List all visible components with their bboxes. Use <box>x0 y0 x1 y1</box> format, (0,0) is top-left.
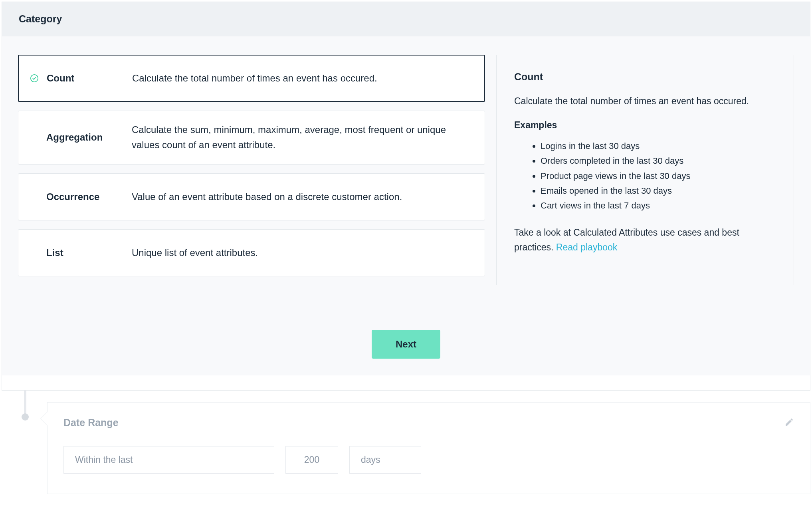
option-desc: Calculate the sum, minimum, maximum, ave… <box>132 111 473 164</box>
timeline-dot <box>22 413 29 421</box>
option-occurrence[interactable]: Occurrence Value of an event attribute b… <box>18 173 485 220</box>
date-range-title: Date Range <box>63 417 119 429</box>
option-aggregation[interactable]: Aggregation Calculate the sum, minimum, … <box>18 111 485 165</box>
edit-icon[interactable] <box>784 417 794 429</box>
example-item: Logins in the last 30 days <box>541 139 776 153</box>
option-title: Aggregation <box>46 132 132 143</box>
category-panel: Category Count Calculate the total numbe… <box>2 2 810 391</box>
timeline-connector <box>24 391 26 415</box>
panel-title: Category <box>19 13 793 25</box>
date-range-card: Date Range Within the last days <box>47 402 810 494</box>
read-playbook-link[interactable]: Read playbook <box>556 242 617 252</box>
next-button[interactable]: Next <box>372 330 440 359</box>
example-item: Emails opened in the last 30 days <box>541 183 776 198</box>
info-desc: Calculate the total number of times an e… <box>514 94 776 109</box>
svg-point-0 <box>31 75 38 82</box>
check-circle-icon <box>30 74 47 83</box>
example-item: Product page views in the last 30 days <box>541 169 776 183</box>
date-range-inputs: Within the last days <box>63 446 794 474</box>
option-desc: Value of an event attribute based on a d… <box>132 178 473 216</box>
option-title: Count <box>47 73 132 84</box>
panel-header: Category <box>2 2 810 36</box>
date-unit-select[interactable]: days <box>349 446 421 474</box>
category-options: Count Calculate the total number of time… <box>18 55 485 276</box>
option-title: Occurrence <box>46 191 132 202</box>
option-count[interactable]: Count Calculate the total number of time… <box>18 55 485 102</box>
example-item: Cart views in the last 7 days <box>541 198 776 213</box>
examples-list: Logins in the last 30 days Orders comple… <box>514 139 776 213</box>
info-panel: Count Calculate the total number of time… <box>496 55 794 285</box>
option-desc: Unique list of event attributes. <box>132 234 473 272</box>
panel-body: Count Calculate the total number of time… <box>2 36 810 375</box>
date-mode-select[interactable]: Within the last <box>63 446 274 474</box>
example-item: Orders completed in the last 30 days <box>541 153 776 168</box>
date-value-input[interactable] <box>285 446 338 474</box>
option-desc: Calculate the total number of times an e… <box>132 60 473 97</box>
examples-label: Examples <box>514 120 776 131</box>
info-footer: Take a look at Calculated Attributes use… <box>514 225 776 255</box>
option-list[interactable]: List Unique list of event attributes. <box>18 229 485 276</box>
option-title: List <box>46 247 132 258</box>
info-title: Count <box>514 71 776 83</box>
